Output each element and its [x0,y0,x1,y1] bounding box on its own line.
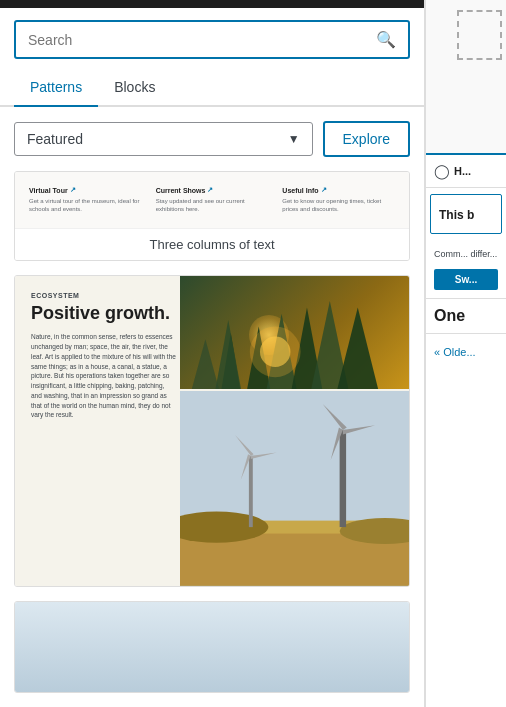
chevron-down-icon: ▼ [288,132,300,146]
right-one-block: One [426,299,506,334]
right-top-placeholder [426,0,506,155]
col-title-1: Virtual Tour ↗ [29,186,142,194]
growth-body: Nature, in the common sense, refers to e… [15,332,192,420]
left-panel: 🔍 Patterns Blocks Featured ▼ Explore Vir… [0,0,425,707]
pattern-card-positive-growth[interactable]: ECOSYSTEM Positive growth. Nature, in th… [14,275,410,587]
scroll-content[interactable]: Featured ▼ Explore Virtual Tour ↗ Get a … [0,107,424,707]
right-comment-block: Comm... differ... Sw... [426,240,506,299]
search-icon: 🔍 [376,30,396,49]
svg-rect-15 [249,456,253,527]
pattern-card-three-columns[interactable]: Virtual Tour ↗ Get a virtual tour of the… [14,171,410,261]
pattern-preview-2: ECOSYSTEM Positive growth. Nature, in th… [15,276,409,586]
ext-link-icon-3: ↗ [321,186,327,194]
sky-image-preview [15,602,409,692]
one-label: One [434,307,465,324]
comment-text: Comm... differ... [434,248,498,261]
tab-blocks[interactable]: Blocks [98,69,171,107]
header-layout-icon: ◯ [434,163,450,179]
tabs-bar: Patterns Blocks [0,69,424,107]
category-select[interactable]: Featured ▼ [14,122,313,156]
right-older-block: « Olde... [426,334,506,368]
col-item-3: Useful Info ↗ Get to know our opening ti… [282,186,395,214]
right-header-block: ◯ H... [426,155,506,188]
explore-button[interactable]: Explore [323,121,410,157]
right-header-text: H... [454,165,471,177]
right-panel: ◯ H... This b Comm... differ... Sw... On… [425,0,506,707]
col-body-2: Stay updated and see our current exhibit… [156,197,269,214]
pattern-preview: Virtual Tour ↗ Get a virtual tour of the… [15,172,409,228]
col-title-2: Current Shows ↗ [156,186,269,194]
svg-rect-19 [340,430,346,527]
search-input[interactable] [28,32,376,48]
windmill-image [180,391,409,585]
ext-link-icon-1: ↗ [70,186,76,194]
col-body-3: Get to know our opening times, ticket pr… [282,197,395,214]
forest-image [180,276,409,390]
svg-marker-1 [212,320,245,389]
col-title-3: Useful Info ↗ [282,186,395,194]
older-posts-link[interactable]: « Olde... [434,346,476,358]
search-area: 🔍 [0,8,424,59]
windmill-svg [180,391,409,585]
three-col-preview: Virtual Tour ↗ Get a virtual tour of the… [29,186,395,214]
ext-link-icon-2: ↗ [207,186,213,194]
col-item-1: Virtual Tour ↗ Get a virtual tour of the… [29,186,142,214]
tab-patterns[interactable]: Patterns [14,69,98,107]
category-select-label: Featured [27,131,288,147]
col-item-2: Current Shows ↗ Stay updated and see our… [156,186,269,214]
pattern-card-sky[interactable] [14,601,410,693]
sw-button[interactable]: Sw... [434,269,498,290]
forest-trees-svg [180,276,409,390]
col-body-1: Get a virtual tour of the museum, ideal … [29,197,142,214]
right-this-block: This b [430,194,502,234]
pattern-label-1: Three columns of text [15,228,409,260]
top-bar [0,0,424,8]
filter-row: Featured ▼ Explore [14,121,410,157]
dashed-placeholder-box [457,10,502,60]
search-box: 🔍 [14,20,410,59]
this-block-text: This b [439,208,474,222]
svg-point-9 [250,326,301,377]
growth-images [180,276,409,586]
